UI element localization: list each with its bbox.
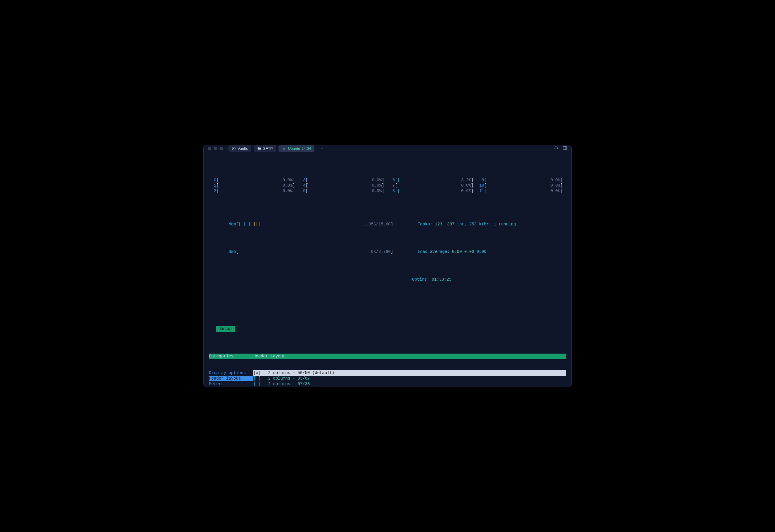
- load-5: 0.00: [464, 249, 474, 254]
- load-1: 0.00: [452, 249, 462, 254]
- tabs-bar: VaultsSFTPUbuntu-24.04: [228, 145, 315, 152]
- categories-header: Categories: [209, 354, 253, 359]
- close-icon: [282, 147, 286, 151]
- cpu-meter-0: 0[ 0.0%]: [209, 178, 298, 183]
- mem-bar: |||||||||: [239, 222, 261, 227]
- layout-option[interactable]: [ ] 3 columns - 33/34/33: [253, 387, 566, 387]
- cpu-meter-11: 11[ 0.0%]: [477, 188, 566, 194]
- tab-label: Ubuntu-24.04: [288, 146, 311, 151]
- tasks-label: Tasks:: [418, 222, 435, 227]
- categories-panel: Categories Display optionsHeader layoutM…: [209, 343, 253, 387]
- load-15: 0.00: [477, 249, 486, 254]
- layout-option-label: 2 columns - 50/50 (default): [261, 371, 334, 375]
- cpu-meter-10: 10[ 0.0%]: [477, 183, 566, 188]
- tab-label: Vaults: [238, 146, 248, 151]
- cpu-meter-8: 8[| 0.6%]: [388, 188, 477, 194]
- checkbox-icon: [ ]: [253, 376, 261, 381]
- uptime-value: 01:33:25: [432, 277, 451, 282]
- mem-label: Mem: [229, 222, 236, 227]
- maximize-window-button[interactable]: [220, 147, 223, 150]
- layout-option[interactable]: [x] 2 columns - 50/50 (default): [253, 370, 566, 376]
- layout-option-label: 2 columns - 67/33: [261, 382, 310, 386]
- category-item-header-layout[interactable]: Header layout: [209, 376, 253, 381]
- panel-icon[interactable]: [562, 146, 567, 152]
- minimize-window-button[interactable]: [214, 147, 217, 150]
- tasks-count: 123: [435, 222, 442, 227]
- checkbox-icon: [ ]: [253, 382, 261, 386]
- folder-icon: [257, 147, 261, 151]
- layout-option-label: 2 columns - 33/67: [261, 376, 310, 381]
- cpu-meter-5: 5[ 0.0%]: [298, 188, 388, 194]
- checkbox-icon: [x]: [253, 371, 261, 375]
- tab-sftp[interactable]: SFTP: [254, 145, 276, 152]
- swp-label: Swp: [229, 249, 236, 254]
- cpu-meter-2: 2[ 0.0%]: [209, 188, 298, 194]
- setup-tab: Setup: [216, 326, 235, 332]
- terminal-output: 0[ 0.0%] 3[ 0.0%] 6[|| 3.2%] 9[ 0.0%] 1[…: [204, 152, 571, 387]
- tab-vaults[interactable]: Vaults: [228, 145, 251, 152]
- kthr-count: 253 kthr;: [469, 222, 494, 227]
- notifications-icon[interactable]: [554, 146, 558, 152]
- cpu-meter-4: 4[ 0.0%]: [298, 183, 388, 188]
- svg-rect-4: [563, 146, 566, 149]
- swp-value: 0K/3.78G: [371, 249, 391, 254]
- svg-point-1: [233, 148, 235, 149]
- window-titlebar: VaultsSFTPUbuntu-24.04 +: [204, 145, 571, 152]
- tab-label: SFTP: [263, 146, 273, 151]
- uptime-label: Uptime:: [412, 277, 432, 282]
- layout-option[interactable]: [ ] 2 columns - 67/33: [253, 381, 566, 387]
- category-item-display-options[interactable]: Display options: [209, 370, 253, 376]
- options-panel: Header Layout [x] 2 columns - 50/50 (def…: [253, 343, 566, 387]
- cpu-meter-3: 3[ 0.0%]: [298, 178, 388, 183]
- running-count: 1: [494, 222, 496, 227]
- tab-ubuntu-24-04[interactable]: Ubuntu-24.04: [279, 145, 315, 152]
- cpu-meter-7: 7[ 0.0%]: [388, 183, 477, 188]
- htop-setup: Setup Categories Display optionsHeader l…: [209, 315, 566, 387]
- options-header: Header Layout: [253, 354, 566, 359]
- mem-value: 1.05G/15.6G: [364, 222, 390, 227]
- cpu-meter-6: 6[|| 3.2%]: [388, 178, 477, 183]
- vault-icon: [232, 147, 236, 151]
- terminal-window: VaultsSFTPUbuntu-24.04 + 0[ 0.0%] 3[ 0.0…: [204, 145, 571, 387]
- cpu-meter-9: 9[ 0.0%]: [477, 178, 566, 183]
- category-item-screens[interactable]: Screens: [209, 387, 253, 387]
- layout-option[interactable]: [ ] 2 columns - 33/67: [253, 376, 566, 381]
- cpu-meters: 0[ 0.0%] 3[ 0.0%] 6[|| 3.2%] 9[ 0.0%] 1[…: [209, 178, 566, 194]
- threads-count: 387: [447, 222, 454, 227]
- category-item-meters[interactable]: Meters: [209, 381, 253, 387]
- cpu-meter-1: 1[ 0.0%]: [209, 183, 298, 188]
- close-window-button[interactable]: [208, 147, 211, 150]
- load-label: Load average:: [418, 249, 452, 254]
- new-tab-button[interactable]: +: [319, 146, 325, 152]
- traffic-lights: [208, 147, 223, 150]
